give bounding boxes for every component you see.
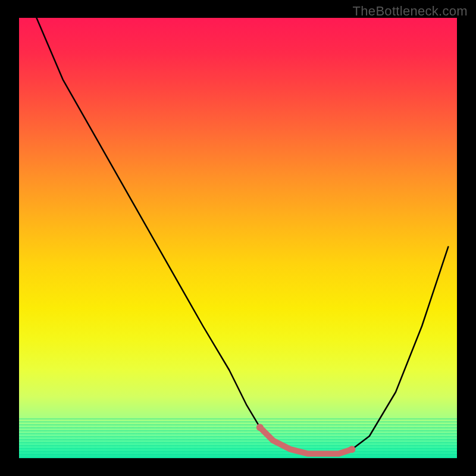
highlight-start-dot xyxy=(256,424,264,431)
chart-container xyxy=(19,18,457,458)
watermark-text: TheBottleneck.com xyxy=(353,4,468,19)
highlight-end-dot xyxy=(348,446,355,453)
bottleneck-curve-svg xyxy=(19,18,457,458)
highlight-curve-path xyxy=(260,427,352,453)
main-curve-path xyxy=(36,18,448,454)
